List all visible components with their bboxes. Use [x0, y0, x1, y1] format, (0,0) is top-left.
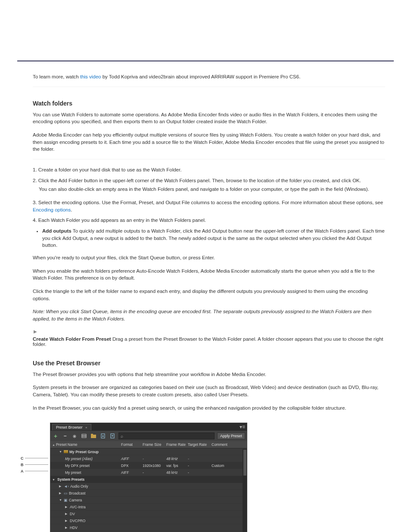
wf-ready: When you're ready to output your files, …: [33, 254, 385, 261]
pb-p1: The Preset Browser provides you with opt…: [33, 371, 385, 378]
list-item[interactable]: DVCPRO: [50, 517, 247, 524]
apply-preset-button[interactable]: Apply Preset: [217, 432, 245, 439]
pb-p3: In the Preset Browser, you can quickly f…: [33, 404, 385, 412]
step2-num: 2.: [33, 178, 38, 183]
step2b-text: You can also double-click an empty area …: [39, 187, 369, 192]
list-item[interactable]: ◄›Audio Only: [50, 483, 247, 490]
import-icon[interactable]: [100, 432, 106, 439]
close-x-icon[interactable]: ×: [85, 426, 87, 429]
new-group-icon[interactable]: [90, 432, 97, 439]
step2a-text: Click the Add Folder button in the upper…: [38, 178, 361, 183]
category-icon: ▭: [64, 491, 68, 495]
wf-tip: Create Watch Folder From Preset Drag a p…: [33, 336, 385, 347]
system-presets-header[interactable]: System Presets: [50, 476, 247, 483]
search-icon: ⌕: [121, 434, 123, 439]
preset-group-row[interactable]: My Preset Group: [50, 448, 247, 455]
callout-A: A: [21, 469, 24, 473]
svg-rect-3: [91, 435, 96, 438]
callout-C: C: [21, 456, 24, 460]
column-headers[interactable]: Preset Name Format Frame Size Frame Rate…: [50, 441, 247, 448]
remove-preset-icon[interactable]: −: [62, 432, 68, 439]
step1-num: 1.: [33, 167, 38, 172]
pb-p2: System presets in the browser are organi…: [33, 384, 385, 398]
list-item[interactable]: ▭Broadcast: [50, 490, 247, 497]
category-icon: ▣: [64, 498, 68, 502]
step4-num: 4.: [33, 218, 38, 223]
wf-note: Note: When you click Start Queue, items …: [33, 308, 385, 322]
panel-menu-icon[interactable]: ▾≡: [240, 424, 245, 430]
encoding-options-link[interactable]: Encoding options: [33, 207, 71, 212]
list-item[interactable]: HDV: [50, 524, 247, 531]
wf-expand: Click the triangle to the left of the fo…: [33, 288, 385, 302]
preset-browser-panel: Preset Browser × ▾≡ ＋ −: [50, 423, 247, 532]
step1-text: Create a folder on your hard disk that t…: [38, 167, 182, 172]
wf-autoqueue: When you enable the watch folders prefer…: [33, 268, 385, 282]
preset-alias-row[interactable]: My preset (Alias) AIFF - 48 kHz -: [50, 455, 247, 462]
list-item[interactable]: AVC-Intra: [50, 504, 247, 510]
list-item[interactable]: ▣Camera: [50, 497, 247, 504]
callout-B: B: [21, 463, 24, 467]
wf-add-outputs: Add outputs To quickly add multiple outp…: [42, 227, 385, 249]
intro-para: To learn more, watch this video by Todd …: [33, 73, 385, 81]
wf-p1: You can use Watch Folders to automate so…: [33, 111, 385, 125]
preset-list: My Preset Group My preset (Alias) AIFF -…: [50, 448, 247, 532]
step3-text: Select the encoding options. Use the For…: [38, 200, 383, 205]
export-icon[interactable]: [109, 432, 116, 439]
watchfolders-heading: Watch folders: [33, 100, 385, 107]
options-icon[interactable]: [71, 432, 78, 439]
svg-rect-4: [91, 434, 93, 435]
video-link[interactable]: this video: [80, 74, 101, 79]
search-input[interactable]: ⌕: [118, 432, 215, 439]
settings-icon[interactable]: [81, 432, 87, 439]
tip-arrow-icon: [33, 329, 39, 335]
step3-num: 3.: [33, 200, 38, 205]
panel-tab[interactable]: Preset Browser ×: [52, 424, 91, 430]
panel-titlebar: Preset Browser × ▾≡: [50, 423, 247, 431]
preset-row[interactable]: My DPX preset DPX 1920x1080 var. fps - C…: [50, 462, 247, 469]
svg-rect-0: [82, 434, 86, 438]
category-icon: ◄›: [64, 484, 69, 488]
preset-row[interactable]: My preset AIFF - 48 kHz -: [50, 469, 247, 476]
panel-toolbar: ＋ −: [50, 431, 247, 441]
list-item[interactable]: DV: [50, 510, 247, 517]
presetbrowser-heading: Use the Preset Browser: [33, 360, 385, 367]
wf-p2: Adobe Media Encoder can help you efficie…: [33, 131, 385, 153]
vertical-scrollbar[interactable]: [243, 449, 247, 532]
preset-browser-figure: D E F G H I J C B A: [33, 423, 246, 532]
folder-icon: [64, 450, 68, 453]
step4-text: Each Watch Folder you add appears as an …: [38, 218, 206, 223]
add-preset-icon[interactable]: ＋: [52, 432, 59, 439]
